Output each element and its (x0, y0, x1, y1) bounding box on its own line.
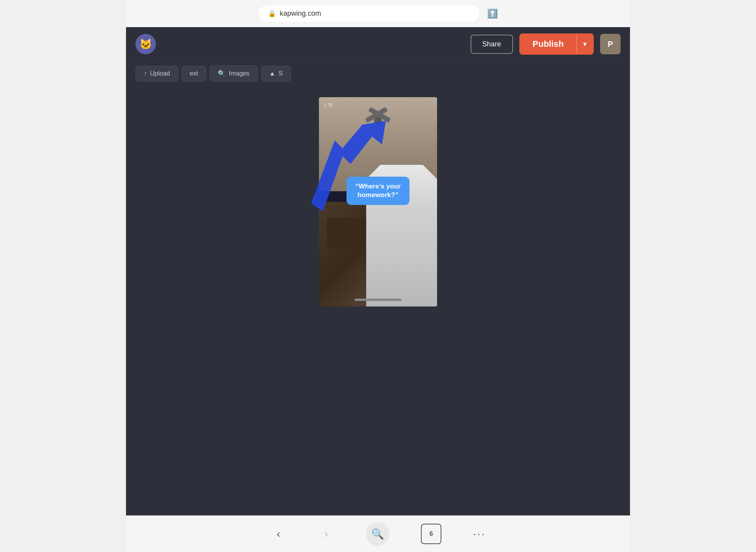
forward-button[interactable]: › (318, 524, 334, 543)
publish-dropdown-button[interactable]: ▾ (576, 34, 593, 54)
top-nav: 🐱 Share Publish ▾ P (126, 27, 630, 61)
scenes-label: S (278, 70, 283, 77)
scroll-hint (354, 299, 402, 301)
forward-icon: › (324, 528, 328, 540)
images-button[interactable]: 🔍 Images (209, 65, 258, 81)
images-label: Images (229, 70, 249, 77)
fan-silhouette (354, 105, 402, 137)
address-bar[interactable]: 🔒 kapwing.com (259, 6, 479, 22)
text-button[interactable]: ext (182, 66, 206, 81)
user-initial: P (608, 40, 613, 49)
main-content: ♪ Ti “Where’s your homework?” (126, 85, 630, 515)
chevron-down-icon: ▾ (583, 40, 587, 48)
text-label: ext (190, 70, 198, 77)
tiktok-logo-icon: ♪ (324, 102, 326, 108)
upload-label: Upload (150, 70, 170, 77)
url-text: kapwing.com (280, 9, 321, 18)
ellipsis-icon: ··· (473, 528, 485, 540)
back-button[interactable]: ‹ (271, 524, 287, 543)
scenes-icon: ▲ (269, 70, 276, 77)
fan-center (374, 117, 382, 125)
browser-bottom-bar: ‹ › 🔍 6 ··· (126, 515, 630, 552)
tiktok-watermark: ♪ Ti (324, 102, 332, 108)
toolbar: ↑ Upload ext 🔍 Images ▲ S (126, 61, 630, 85)
search-icon: 🔍 (218, 70, 226, 77)
tiktok-text: Ti (328, 102, 332, 108)
tabs-count: 6 (430, 530, 433, 537)
publish-group: Publish ▾ (519, 33, 594, 55)
caption-text: “Where’s your homework?” (355, 183, 401, 199)
logo-emoji: 🐱 (139, 38, 152, 50)
search-icon: 🔍 (371, 528, 384, 540)
share-button[interactable]: Share (471, 35, 513, 54)
scenes-button[interactable]: ▲ S (261, 66, 291, 81)
logo-avatar: 🐱 (135, 34, 156, 54)
publish-button[interactable]: Publish (520, 34, 576, 54)
user-avatar[interactable]: P (600, 34, 621, 54)
upload-icon: ↑ (144, 70, 147, 77)
more-button[interactable]: ··· (473, 528, 485, 540)
browser-chrome: 🔒 kapwing.com ⬆️ (126, 0, 630, 27)
publish-label: Publish (533, 39, 564, 49)
lock-icon: 🔒 (268, 10, 276, 17)
caption-bubble[interactable]: “Where’s your homework?” (346, 177, 410, 205)
tabs-button[interactable]: 6 (421, 524, 441, 544)
search-button[interactable]: 🔍 (366, 522, 389, 546)
address-bar-container: 🔒 kapwing.com ⬆️ (126, 0, 630, 27)
browser-share-icon[interactable]: ⬆️ (487, 9, 498, 19)
upload-button[interactable]: ↑ Upload (135, 66, 178, 81)
share-label: Share (482, 40, 501, 48)
back-icon: ‹ (277, 528, 280, 540)
video-preview[interactable]: ♪ Ti “Where’s your homework?” (319, 97, 437, 306)
app-container: 🐱 Share Publish ▾ P ↑ Upload ext 🔍 Im (126, 27, 630, 515)
